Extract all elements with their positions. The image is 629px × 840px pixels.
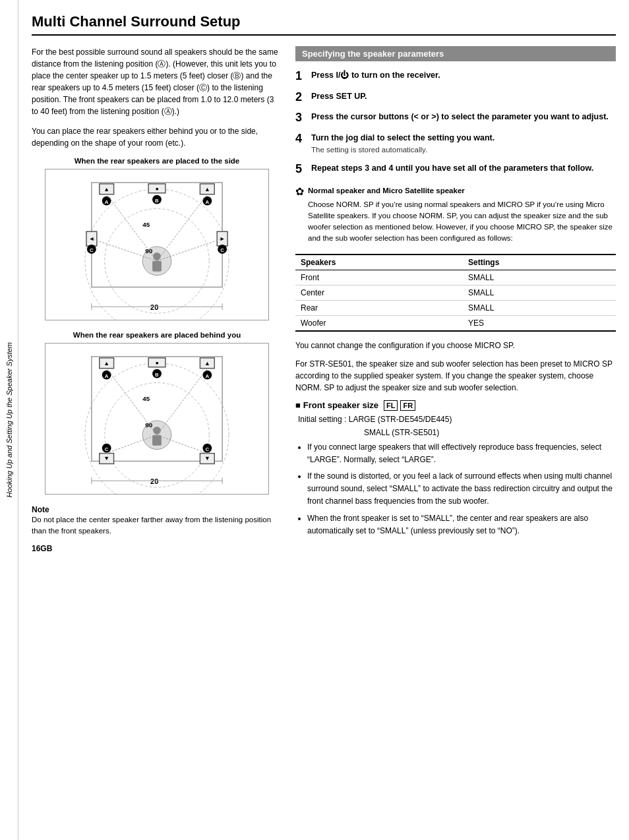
svg-point-2 [153,253,161,260]
table-cell: SMALL [463,300,616,315]
front-speaker-title: ■ Front speaker size FL FR [295,400,616,411]
diagram2-box: ▲ ▲ ■ A A B [45,343,269,495]
svg-text:■: ■ [156,361,158,365]
table-cell: YES [463,315,616,331]
initial-setting-2: SMALL (STR-SE501) [298,428,616,437]
step-item: 1 Press I/⏻ to turn on the receiver. [295,69,616,84]
step-content: Press I/⏻ to turn on the receiver. [311,69,616,82]
table-row: WooferYES [295,315,616,331]
left-column: For the best possible surround sound all… [32,46,282,827]
svg-text:▼: ▼ [204,455,210,462]
table-cell: SMALL [463,270,616,285]
step-number: 5 [295,162,311,177]
table-row: RearSMALL [295,300,616,315]
svg-text:A: A [105,199,109,205]
step-list: 1 Press I/⏻ to turn on the receiver. 2 P… [295,69,616,176]
two-col-layout: For the best possible surround sound all… [32,46,616,827]
page-title: Multi Channel Surround Setup [32,13,616,36]
svg-text:◄: ◄ [88,235,94,242]
tip-icon: ✿ [295,185,304,198]
intro-text-2: You can place the rear speakers either b… [32,125,282,149]
sidebar: Hooking Up and Setting Up the Speaker Sy… [0,0,18,840]
svg-text:▼: ▼ [104,455,109,462]
svg-text:►: ► [220,235,225,242]
tip-text: Choose NORM. SP if you’re using normal s… [308,199,616,245]
initial-setting-label-1: Initial setting : LARGE (STR-DE545/DE445… [298,415,452,424]
table-cell: Rear [295,300,463,315]
svg-text:B: B [155,198,159,204]
svg-text:■: ■ [156,187,158,191]
svg-point-38 [153,427,161,435]
tip-title: Normal speaker and Micro Satellite speak… [308,185,616,196]
speaker-icons-2: FR [400,400,415,411]
svg-text:▲: ▲ [204,360,210,367]
svg-text:45: 45 [142,395,150,402]
front-speaker-label: Front speaker size [303,400,378,410]
intro-text-1: For the best possible surround sound all… [32,46,282,117]
diagram-section-2: When the rear speakers are placed behind… [32,331,282,495]
note-text: Do not place the center speaker farther … [32,514,282,537]
svg-text:A: A [205,199,209,205]
page-number: 16GB [32,544,282,553]
note-section: Note Do not place the center speaker far… [32,505,282,537]
section-header: Specifying the speaker parameters [295,46,616,61]
speaker-table: Speakers Settings FrontSMALLCenterSMALLR… [295,254,616,332]
step-number: 3 [295,111,311,125]
for-str-text: For STR-SE501, the speaker size and sub … [295,358,616,394]
sidebar-label: Hooking Up and Setting Up the Speaker Sy… [5,342,13,497]
diagram2-caption: When the rear speakers are placed behind… [32,331,282,339]
table-header-speakers: Speakers [295,255,463,270]
svg-text:C: C [205,446,209,452]
table-header-settings: Settings [463,255,616,270]
table-row: CenterSMALL [295,285,616,300]
svg-text:20: 20 [150,477,158,485]
table-cell: Woofer [295,315,463,331]
svg-rect-39 [152,435,162,446]
step-content: Press the cursor buttons (< or >) to sel… [311,111,616,123]
table-row: FrontSMALL [295,270,616,285]
black-square-icon: ■ [295,400,301,410]
tip-content: Normal speaker and Micro Satellite speak… [308,185,616,244]
list-item: When the front speaker is set to “SMALL”… [307,512,616,537]
bullet-list: If you connect large speakers that will … [295,441,616,537]
step-content: Press SET UP. [311,90,616,103]
svg-text:A: A [105,373,109,379]
svg-text:90: 90 [145,247,153,255]
initial-setting-1: Initial setting : LARGE (STR-DE545/DE445… [298,415,616,424]
speaker-table-body: FrontSMALLCenterSMALLRearSMALLWooferYES [295,270,616,331]
svg-text:A: A [205,373,209,379]
diagram-section-1: When the rear speakers are placed to the… [32,157,282,320]
initial-setting-label-2: SMALL (STR-SE501) [364,428,439,437]
table-cell: SMALL [463,285,616,300]
main-content: Multi Channel Surround Setup For the bes… [18,0,629,840]
table-cell: Center [295,285,463,300]
svg-text:45: 45 [142,221,150,228]
svg-text:B: B [155,372,159,378]
step-number: 4 [295,132,311,146]
svg-text:C: C [105,446,109,452]
table-cell: Front [295,270,463,285]
step-item: 4 Turn the jog dial to select the settin… [295,132,616,156]
step-item: 5 Repeat steps 3 and 4 until you have se… [295,162,616,177]
svg-text:▲: ▲ [104,360,109,367]
step-number: 2 [295,90,311,105]
page-container: Hooking Up and Setting Up the Speaker Sy… [0,0,629,840]
svg-rect-3 [152,261,162,272]
note-title: Note [32,505,282,514]
svg-text:90: 90 [145,421,153,429]
diagram1-box: ▲ ▲ ■ A A [45,169,269,320]
cannot-change-text: You cannot change the configuration if y… [295,340,616,351]
list-item: If the sound is distorted, or you feel a… [307,470,616,508]
speaker-icons: FL [384,400,398,411]
tip-section: ✿ Normal speaker and Micro Satellite spe… [295,185,616,244]
svg-text:20: 20 [150,303,158,311]
svg-text:▲: ▲ [204,186,210,193]
svg-line-29 [157,239,222,261]
step-item: 2 Press SET UP. [295,90,616,105]
right-column: Specifying the speaker parameters 1 Pres… [295,46,616,827]
svg-text:C: C [90,247,94,253]
svg-text:▲: ▲ [104,186,109,193]
step-sub: The setting is stored automatically. [311,144,616,156]
step-item: 3 Press the cursor buttons (< or >) to s… [295,111,616,125]
diagram1-caption: When the rear speakers are placed to the… [32,157,282,165]
